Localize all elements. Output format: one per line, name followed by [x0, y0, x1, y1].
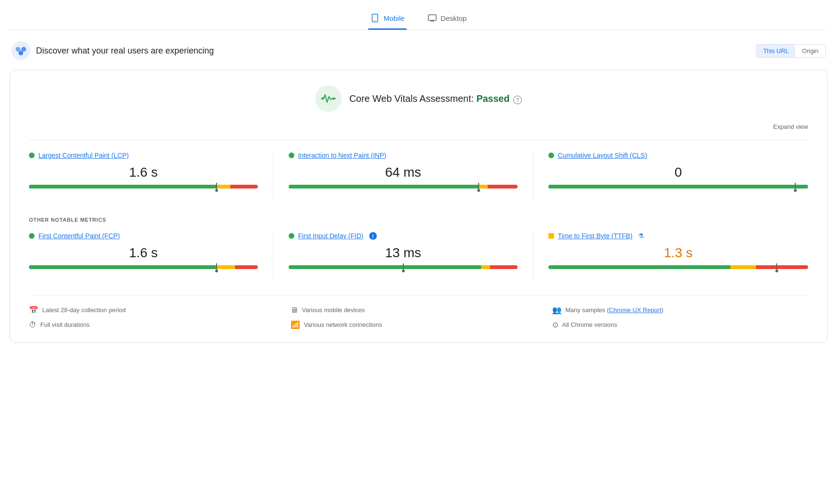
crux-avatar-icon — [11, 41, 30, 60]
footer-samples: 👥 Many samples (Chrome UX Report) — [552, 306, 808, 315]
fid-info-icon[interactable]: i — [369, 232, 377, 240]
pulse-icon — [321, 93, 336, 104]
ttfb-dot — [548, 233, 554, 239]
clock-icon: ⏱ — [29, 321, 36, 329]
metric-cls-label-row: Cumulative Layout Shift (CLS) — [548, 152, 808, 159]
calendar-icon: 📅 — [29, 306, 38, 315]
metric-fid-label-row: First Input Delay (FID) i — [289, 232, 518, 240]
fid-value: 13 ms — [289, 245, 518, 261]
metric-lcp: Largest Contentful Paint (LCP) 1.6 s — [29, 152, 273, 202]
metric-lcp-label-row: Largest Contentful Paint (LCP) — [29, 152, 258, 159]
users-icon: 👥 — [552, 306, 562, 315]
tab-desktop[interactable]: Desktop — [426, 8, 469, 30]
ttfb-progress — [548, 265, 808, 269]
metric-ttfb: Time to First Byte (TTFB) ⚗ 1.3 s — [548, 232, 808, 282]
cls-name[interactable]: Cumulative Layout Shift (CLS) — [558, 152, 647, 159]
inp-dot — [289, 153, 294, 158]
svg-point-9 — [332, 98, 335, 100]
inp-marker — [478, 183, 479, 190]
fid-name[interactable]: First Input Delay (FID) — [298, 232, 364, 240]
main-card: Core Web Vitals Assessment: Passed ? Exp… — [9, 70, 828, 343]
metric-inp: Interaction to Next Paint (INP) 64 ms — [289, 152, 533, 202]
ttfb-value: 1.3 s — [548, 245, 808, 261]
fcp-dot — [29, 233, 35, 239]
metric-inp-label-row: Interaction to Next Paint (INP) — [289, 152, 518, 159]
lcp-value: 1.6 s — [29, 165, 258, 180]
page-title: Discover what your real users are experi… — [36, 46, 214, 56]
fcp-marker — [216, 263, 217, 271]
other-metrics-grid: First Contentful Paint (FCP) 1.6 s — [29, 232, 808, 282]
svg-point-6 — [16, 47, 20, 52]
metric-fcp-label-row: First Contentful Paint (FCP) — [29, 232, 258, 240]
cwv-icon-circle — [315, 85, 342, 112]
tab-mobile-label: Mobile — [383, 14, 404, 22]
header-row: Discover what your real users are experi… — [9, 41, 828, 60]
ttfb-name[interactable]: Time to First Byte (TTFB) — [558, 232, 632, 240]
chrome-icon: ⊙ — [552, 320, 558, 329]
footer-visit-durations: ⏱ Full visit durations — [29, 320, 285, 329]
cwv-title-prefix: Core Web Vitals Assessment: — [349, 93, 476, 104]
footer-samples-text: Many samples (Chrome UX Report) — [565, 306, 664, 314]
tab-bar: Mobile Desktop — [9, 0, 828, 30]
fcp-progress — [29, 265, 258, 269]
cls-value: 0 — [548, 165, 808, 180]
other-metrics-label: OTHER NOTABLE METRICS — [29, 217, 808, 223]
ttfb-marker — [776, 263, 777, 271]
svg-rect-0 — [373, 14, 378, 22]
cls-marker — [795, 183, 796, 190]
mobile-icon — [370, 13, 380, 23]
footer-mobile-text: Various mobile devices — [302, 306, 365, 314]
lcp-marker — [216, 183, 217, 190]
tab-desktop-label: Desktop — [441, 14, 467, 22]
cwv-help-icon[interactable]: ? — [513, 96, 522, 104]
flask-icon: ⚗ — [638, 232, 644, 240]
footer-chrome-versions: ⊙ All Chrome versions — [552, 320, 808, 329]
this-url-button[interactable]: This URL — [756, 45, 795, 57]
monitor-icon: 🖥 — [291, 306, 298, 315]
svg-point-1 — [375, 20, 376, 21]
fid-dot — [289, 233, 294, 239]
origin-button[interactable]: Origin — [795, 45, 825, 57]
inp-progress — [289, 185, 518, 189]
fcp-name[interactable]: First Contentful Paint (FCP) — [38, 232, 120, 240]
inp-name[interactable]: Interaction to Next Paint (INP) — [298, 152, 386, 159]
inp-value: 64 ms — [289, 165, 518, 180]
tab-mobile[interactable]: Mobile — [368, 8, 406, 30]
footer-info: 📅 Latest 28-day collection period 🖥 Vari… — [29, 296, 808, 329]
cwv-status: Passed — [476, 93, 509, 104]
expand-row: Expand view — [29, 123, 808, 130]
fid-marker — [403, 263, 404, 271]
lcp-dot — [29, 153, 35, 158]
cwv-title: Core Web Vitals Assessment: Passed ? — [349, 93, 522, 104]
url-origin-toggle: This URL Origin — [756, 44, 826, 58]
footer-collection-text: Latest 28-day collection period — [42, 306, 126, 314]
footer-collection-period: 📅 Latest 28-day collection period — [29, 306, 285, 315]
expand-view-link[interactable]: Expand view — [773, 123, 808, 130]
svg-point-7 — [21, 47, 26, 52]
cls-progress — [548, 185, 808, 189]
footer-network: 📶 Various network connections — [291, 320, 546, 329]
footer-mobile-devices: 🖥 Various mobile devices — [291, 306, 546, 315]
metric-fcp: First Contentful Paint (FCP) 1.6 s — [29, 232, 273, 282]
metric-cls: Cumulative Layout Shift (CLS) 0 — [548, 152, 808, 202]
fid-progress — [289, 265, 518, 269]
fcp-value: 1.6 s — [29, 245, 258, 261]
footer-visit-text: Full visit durations — [40, 321, 90, 328]
svg-point-10 — [321, 98, 324, 100]
svg-rect-2 — [428, 15, 436, 20]
metric-fid: First Input Delay (FID) i 13 ms — [289, 232, 533, 282]
cls-dot — [548, 153, 554, 158]
header-left: Discover what your real users are experi… — [11, 41, 214, 60]
desktop-icon — [428, 13, 437, 23]
footer-chrome-text: All Chrome versions — [562, 321, 617, 328]
wifi-icon: 📶 — [291, 320, 300, 329]
metric-ttfb-label-row: Time to First Byte (TTFB) ⚗ — [548, 232, 808, 240]
footer-network-text: Various network connections — [304, 321, 382, 328]
chrome-ux-report-link[interactable]: Chrome UX Report — [609, 306, 662, 314]
lcp-progress — [29, 185, 258, 189]
svg-point-8 — [18, 51, 23, 55]
cwv-header: Core Web Vitals Assessment: Passed ? — [29, 85, 808, 112]
core-metrics-grid: Largest Contentful Paint (LCP) 1.6 s — [29, 140, 808, 202]
lcp-name[interactable]: Largest Contentful Paint (LCP) — [38, 152, 129, 159]
